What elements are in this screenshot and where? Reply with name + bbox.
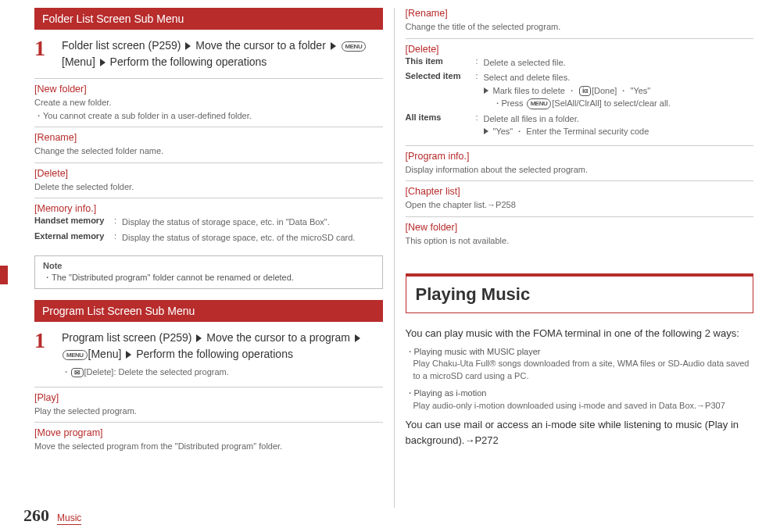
colon: : (114, 216, 122, 229)
page-footer: 260 Music (23, 505, 81, 526)
triangle-icon (331, 42, 336, 50)
memory-heading: [Memory info.] (34, 203, 383, 214)
step2-sub: ・✉[Delete]: Delete the selected program. (62, 366, 383, 379)
delete-row-all: All items : Delete all files in a folder… (406, 112, 754, 138)
step-1-program: 1 Program list screen (P259) Move the cu… (34, 330, 383, 379)
proginfo-heading: [Program info.] (406, 151, 754, 162)
step2-sub-text: [Delete]: Delete the selected program. (84, 367, 229, 377)
bullet-imotion: ・Playing as i-motion Play audio-only i-m… (406, 387, 754, 412)
all-line2: "Yes" ・ Enter the Terminal security code (484, 125, 754, 138)
section-program-info: [Program info.] Display information abou… (406, 145, 754, 181)
section-delete-r: [Delete] This item : Delete a selected f… (406, 38, 754, 145)
step-number-1: 1 (34, 330, 54, 352)
term-handset: Handset memory (34, 216, 114, 229)
step-1-folder: 1 Folder list screen (P259) Move the cur… (34, 37, 383, 70)
rename-r-heading: [Rename] (406, 8, 754, 19)
desc-selected-item: Select and delete files. Mark files to d… (484, 71, 754, 110)
intro-text: You can play music with the FOMA termina… (406, 326, 754, 341)
rename-line: Change the selected folder name. (34, 145, 383, 158)
section-memory-info: [Memory info.] Handset memory : Display … (34, 198, 383, 251)
new-folder-line2: ・You cannot create a sub folder in a use… (34, 109, 383, 123)
colon: : (476, 71, 484, 110)
section-delete: [Delete] Delete the selected folder. (34, 162, 383, 198)
note-line: ・The "Distributed program" folder cannot… (43, 272, 374, 284)
section-move-program: [Move program] Move the selected program… (34, 422, 383, 458)
triangle-icon (100, 59, 106, 66)
move-line: Move the selected program from the "Dist… (34, 440, 383, 453)
section-new-folder-r: [New folder] This option is not availabl… (406, 216, 754, 252)
term-selected-item: Selected item (406, 71, 476, 110)
step2-part-b: Move the cursor to a program (203, 331, 352, 344)
step2-part-c: [Menu] (88, 348, 125, 360)
triangle-icon (126, 351, 131, 359)
bullet1-desc: Play Chaku-Uta Full® songs downloaded fr… (406, 358, 754, 383)
bullet2-desc: Play audio-only i-motion downloaded usin… (406, 400, 754, 412)
move-heading: [Move program] (34, 427, 383, 438)
desc-external: Display the status of storage space, etc… (122, 231, 383, 245)
delete-r-heading: [Delete] (406, 44, 754, 55)
step1-part-b: Move the cursor to a folder (192, 39, 328, 52)
outro-text: You can use mail or access an i-mode sit… (406, 417, 754, 448)
step1-part-c: [Menu] (62, 55, 98, 68)
colon: : (114, 231, 122, 245)
note-heading: Note (43, 261, 374, 270)
right-column: [Rename] Change the title of the selecte… (395, 8, 765, 532)
term-this-item: This item (406, 56, 476, 70)
bullet-music-player: ・Playing music with MUSIC player Play Ch… (406, 346, 754, 384)
sel-line1: Select and delete files. (484, 73, 571, 82)
chapter-line: Open the chapter list.→P258 (406, 198, 754, 212)
play-heading: [Play] (34, 392, 383, 403)
sel-line3b: [SelAll/ClrAll] to select/clear all. (552, 98, 671, 108)
memory-row-external: External memory : Display the status of … (34, 231, 383, 245)
delete-row-this: This item : Delete a selected file. (406, 56, 754, 70)
bullet1-title: ・Playing music with MUSIC player (406, 347, 541, 356)
rename-r-line: Change the title of the selected program… (406, 20, 754, 34)
playing-music-title: Playing Music (416, 284, 744, 305)
page: Folder List Screen Sub Menu 1 Folder lis… (0, 0, 780, 532)
sel-line3a: ・Press (493, 98, 526, 108)
new-folder-heading: [New folder] (34, 84, 383, 95)
desc-handset: Display the status of storage space, etc… (122, 216, 383, 229)
desc-all-items: Delete all files in a folder. "Yes" ・ En… (484, 112, 754, 138)
step1-part-a: Folder list screen (P259) (62, 39, 184, 52)
menu-key-icon: MENU (527, 98, 552, 109)
menu-key-icon: MENU (342, 41, 367, 52)
all-line1: Delete all files in a folder. (484, 114, 579, 123)
page-number: 260 (23, 505, 49, 526)
section-new-folder: [New folder] Create a new folder. ・You c… (34, 78, 383, 127)
footer-section: Music (57, 512, 81, 525)
step-1-text: Folder list screen (P259) Move the curso… (62, 37, 383, 70)
memory-row-handset: Handset memory : Display the status of s… (34, 216, 383, 229)
chapter-heading: [Chapter list] (406, 186, 754, 197)
bullet2-title: ・Playing as i-motion (406, 388, 487, 398)
heading-program-submenu: Program List Screen Sub Menu (34, 300, 383, 322)
sel-line2b: [Done] ・ "Yes" (592, 86, 650, 95)
section-rename-r: [Rename] Change the title of the selecte… (406, 8, 754, 38)
delete-heading: [Delete] (34, 168, 383, 179)
playing-music-box: Playing Music (406, 273, 754, 313)
section-rename: [Rename] Change the selected folder name… (34, 127, 383, 162)
delete-row-selected: Selected item : Select and delete files.… (406, 71, 754, 110)
ir-key-icon: iα (579, 86, 591, 96)
term-external: External memory (34, 231, 114, 245)
step2-part-d: Perform the following operations (133, 348, 293, 360)
sel-line2a: Mark files to delete ・ (493, 86, 578, 95)
new-folder-line1: Create a new folder. (34, 96, 383, 109)
newfolder-r-heading: [New folder] (406, 222, 754, 233)
newfolder-r-line: This option is not available. (406, 234, 754, 248)
step2-part-a: Program list screen (P259) (62, 331, 195, 344)
sel-line3: ・Press MENU[SelAll/ClrAll] to select/cle… (484, 97, 754, 110)
section-play: [Play] Play the selected program. (34, 387, 383, 423)
step1-part-d: Perform the following operations (107, 55, 267, 68)
proginfo-line: Display information about the selected p… (406, 163, 754, 177)
colon: : (476, 56, 484, 70)
note-box: Note ・The "Distributed program" folder c… (34, 255, 383, 289)
term-all-items: All items (406, 112, 476, 138)
triangle-icon (355, 334, 360, 342)
delete-line: Delete the selected folder. (34, 180, 383, 194)
colon: : (476, 112, 484, 138)
play-line: Play the selected program. (34, 405, 383, 418)
heading-folder-submenu: Folder List Screen Sub Menu (34, 8, 383, 30)
desc-this-item: Delete a selected file. (484, 56, 754, 70)
left-column: Folder List Screen Sub Menu 1 Folder lis… (23, 8, 394, 532)
